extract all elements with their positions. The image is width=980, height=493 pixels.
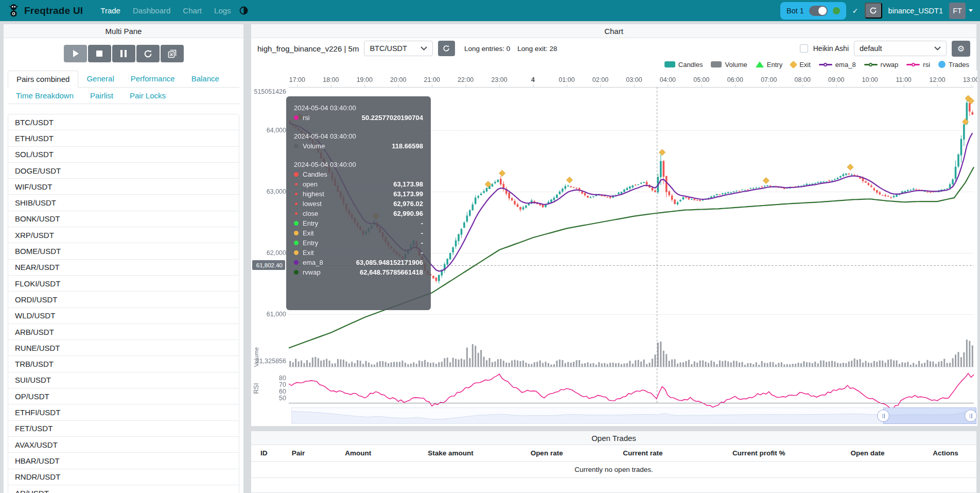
bot-toggle[interactable]	[809, 6, 828, 16]
chart-legend: Candles Volume Entry Exit ema_8 rvwap rs…	[251, 59, 976, 70]
nav-item-trade[interactable]: Trade	[94, 6, 127, 15]
long-entries-count: Long entries: 0	[464, 45, 510, 53]
col-open-rate[interactable]: Open rate	[505, 445, 588, 462]
heikin-ashi-checkbox[interactable]	[800, 44, 808, 53]
strategy-title: high_frog_binance_v226 | 5m	[257, 44, 359, 53]
reload-icon	[144, 49, 152, 58]
play-button[interactable]	[64, 45, 87, 62]
bot-controls	[4, 45, 243, 62]
list-item-near[interactable]: NEAR/USDT	[8, 260, 239, 276]
col-amount[interactable]: Amount	[320, 445, 396, 462]
brand-title: Freqtrade UI	[24, 5, 83, 16]
nav-item-dashboard[interactable]: Dashboard	[127, 6, 177, 15]
list-item-hbar[interactable]: HBAR/USDT	[8, 453, 239, 469]
plot-config-value: default	[860, 44, 882, 53]
list-item-wld[interactable]: WLD/USDT	[8, 308, 239, 324]
reload-config-button[interactable]	[136, 45, 160, 62]
legend-item-candles[interactable]: Candles	[664, 61, 703, 69]
nav-item-chart[interactable]: Chart	[177, 6, 208, 15]
top-navbar: Freqtrade UI Trade Dashboard Chart Logs …	[0, 0, 980, 21]
list-item-wif[interactable]: WIF/USDT	[8, 179, 239, 195]
list-item-bonk[interactable]: BONK/USDT	[8, 211, 239, 227]
list-item-rune[interactable]: RUNE/USDT	[8, 340, 239, 356]
list-item-shib[interactable]: SHIB/USDT	[8, 195, 239, 211]
legend-item-trades[interactable]: Trades	[938, 61, 969, 69]
tab-performance[interactable]: Performance	[122, 71, 183, 87]
legend-item-exit[interactable]: Exit	[791, 61, 811, 69]
list-item-ar[interactable]: AR/USDT	[8, 485, 239, 493]
chart-panel-header: Chart	[251, 24, 976, 38]
cancel-open-orders-button[interactable]	[161, 45, 184, 62]
list-item-ethfi[interactable]: ETHFI/USDT	[8, 404, 239, 420]
refresh-bot-button[interactable]	[865, 3, 882, 19]
col-current-rate[interactable]: Current rate	[588, 445, 697, 462]
legend-item-entry[interactable]: Entry	[756, 61, 782, 69]
legend-item-ema8[interactable]: ema_8	[819, 61, 856, 69]
list-item-sui[interactable]: SUI/USDT	[8, 372, 239, 388]
refresh-icon	[443, 45, 450, 52]
pair-select-value: BTC/USDT	[370, 44, 407, 53]
bot-selector[interactable]: Bot 1	[780, 2, 846, 20]
col-open-date[interactable]: Open date	[820, 445, 915, 462]
navbar-right: Bot 1 ✓ binance_USDT1 FT	[780, 2, 973, 20]
pause-icon	[120, 50, 127, 57]
datazoom-left-handle[interactable]	[877, 410, 889, 422]
check-icon: ✓	[852, 7, 859, 15]
list-item-trb[interactable]: TRB/USDT	[8, 356, 239, 372]
list-item-eth[interactable]: ETH/USDT	[8, 130, 239, 146]
plot-config-select[interactable]: default	[854, 41, 947, 56]
exit-marker-icon	[790, 60, 798, 69]
candlestick-chart[interactable]	[251, 71, 977, 426]
stop-button[interactable]	[88, 45, 111, 62]
tab-time-breakdown[interactable]: Time Breakdown	[8, 88, 82, 104]
list-item-xrp[interactable]: XRP/USDT	[8, 227, 239, 243]
col-current-profit[interactable]: Current profit %	[697, 445, 821, 462]
tab-pairs-combined[interactable]: Pairs combined	[8, 71, 78, 88]
tab-balance[interactable]: Balance	[183, 71, 227, 87]
legend-label: rvwap	[881, 61, 899, 69]
legend-label: rsi	[923, 61, 930, 69]
pair-select[interactable]: BTC/USDT	[364, 41, 433, 56]
chart-panel: Chart high_frog_binance_v226 | 5m BTC/US…	[251, 24, 977, 427]
col-id[interactable]: ID	[251, 445, 276, 462]
col-actions[interactable]: Actions	[915, 445, 976, 462]
theme-toggle-icon[interactable]	[239, 6, 248, 15]
tab-pair-locks[interactable]: Pair Locks	[121, 88, 174, 104]
legend-item-rsi[interactable]: rsi	[906, 61, 930, 69]
chart-subheader: high_frog_binance_v226 | 5m BTC/USDT Lon…	[251, 38, 976, 59]
open-trades-header: Open Trades	[251, 431, 976, 445]
list-item-ordi[interactable]: ORDI/USDT	[8, 292, 239, 308]
list-item-doge[interactable]: DOGE/USDT	[8, 163, 239, 179]
list-item-btc[interactable]: BTC/USDT	[8, 114, 239, 130]
nav-item-logs[interactable]: Logs	[208, 6, 237, 15]
tab-general[interactable]: General	[78, 71, 122, 87]
list-item-rndr[interactable]: RNDR/USDT	[8, 469, 239, 485]
list-item-bome[interactable]: BOME/USDT	[8, 243, 239, 259]
volume-marker-icon	[711, 61, 722, 67]
open-trades-table: ID Pair Amount Stake amount Open rate Cu…	[251, 445, 976, 478]
col-pair[interactable]: Pair	[276, 445, 320, 462]
list-item-sol[interactable]: SOL/USDT	[8, 147, 239, 163]
refresh-icon	[869, 7, 877, 14]
legend-item-volume[interactable]: Volume	[711, 61, 747, 69]
plot-settings-button[interactable]: ⚙	[952, 41, 970, 57]
refresh-chart-button[interactable]	[438, 41, 455, 56]
list-item-avax[interactable]: AVAX/USDT	[8, 437, 239, 453]
datazoom-right-handle[interactable]	[965, 410, 977, 422]
robot-logo-icon	[7, 4, 20, 18]
col-stake-amount[interactable]: Stake amount	[396, 445, 505, 462]
empty-trades-message: Currently no open trades.	[251, 462, 976, 478]
user-menu[interactable]: FT	[949, 3, 973, 19]
list-item-fet[interactable]: FET/USDT	[8, 421, 239, 437]
pairs-list: BTC/USDT ETH/USDT SOL/USDT DOGE/USDT WIF…	[8, 114, 239, 493]
list-item-arb[interactable]: ARB/USDT	[8, 324, 239, 340]
legend-item-rvwap[interactable]: rvwap	[864, 61, 899, 69]
list-item-floki[interactable]: FLOKI/USDT	[8, 276, 239, 292]
list-item-op[interactable]: OP/USDT	[8, 388, 239, 404]
brand[interactable]: Freqtrade UI	[7, 4, 83, 18]
tab-pairlist[interactable]: Pairlist	[82, 88, 121, 104]
pause-button[interactable]	[112, 45, 135, 62]
long-exit-count: Long exit: 28	[517, 45, 557, 53]
legend-label: Candles	[678, 61, 703, 69]
gear-icon: ⚙	[957, 44, 965, 54]
